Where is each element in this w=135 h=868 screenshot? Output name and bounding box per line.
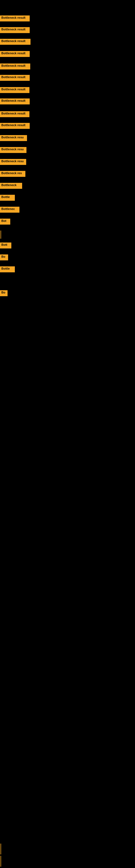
bottleneck-badge-17: Bottlenec bbox=[0, 207, 19, 213]
bottleneck-badge-7: Bottleneck result bbox=[0, 87, 30, 93]
bottleneck-badge-15: Bottleneck bbox=[0, 183, 22, 189]
bottleneck-badge-21: Bottle bbox=[0, 267, 15, 272]
bottleneck-badge-9: Bottleneck result bbox=[0, 111, 30, 117]
bottleneck-badge-4: Bottleneck result bbox=[0, 51, 30, 57]
bottleneck-badge-22: Bo bbox=[0, 290, 8, 296]
bottleneck-badge-12: Bottleneck resu bbox=[0, 147, 27, 153]
bottleneck-badge-2: Bottleneck result bbox=[0, 27, 30, 33]
bottleneck-badge-10: Bottleneck result bbox=[0, 123, 30, 129]
bottleneck-badge-5: Bottleneck result bbox=[0, 63, 30, 69]
bottleneck-badge-14: Bottleneck res bbox=[0, 171, 26, 177]
bottleneck-badge-3: Bottleneck result bbox=[0, 39, 31, 45]
vertical-line-2 bbox=[1, 844, 1, 855]
vertical-line-1 bbox=[1, 230, 1, 239]
bottleneck-badge-11: Bottleneck resu bbox=[0, 135, 27, 141]
bottleneck-badge-16: Bottle bbox=[0, 195, 15, 201]
bottleneck-badge-1: Bottleneck result bbox=[0, 16, 30, 22]
bottleneck-badge-19: Bott bbox=[0, 243, 11, 248]
bottleneck-badge-13: Bottleneck resu bbox=[0, 159, 26, 165]
bottleneck-badge-6: Bottleneck result bbox=[0, 75, 30, 81]
vertical-line-3 bbox=[1, 856, 1, 867]
bottleneck-badge-20: Bo bbox=[0, 254, 8, 260]
bottleneck-badge-18: Bot bbox=[0, 219, 10, 225]
bottleneck-badge-8: Bottleneck result bbox=[0, 98, 30, 104]
